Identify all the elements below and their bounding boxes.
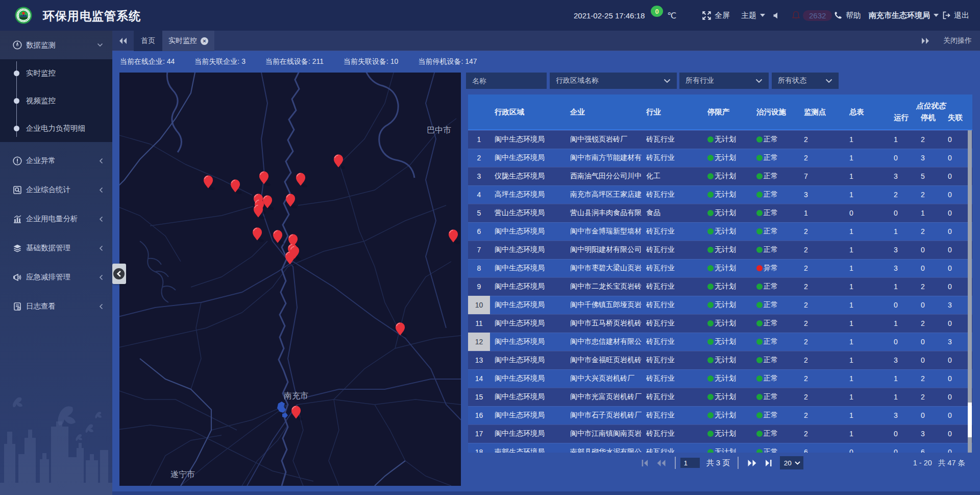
status-dot [756,339,763,345]
cell-monitor-count: 1 [799,204,845,222]
page-number-input[interactable] [680,458,700,468]
tabs-scroll-left-button[interactable] [112,31,134,51]
cell-company: 阆中千佛镇五郎垭页岩 [566,296,642,314]
cell-industry: 砖瓦行业 [642,185,703,204]
page-size-select[interactable]: 20 [780,456,803,469]
cell-meter-count: 1 [845,333,889,351]
sidebar-item-label: 应急减排管理 [26,272,70,282]
table-row[interactable]: 5营山生态环境局营山县润丰肉食品有限食品无计划正常10010 [468,204,972,222]
table-row[interactable]: 7阆中生态环境局阆中明阳建材有限公司砖瓦行业无计划正常21300 [468,241,972,259]
total-pages-label: 共 3 页 [706,458,730,468]
speaker-muted-icon [773,12,780,19]
cell-region: 阆中生态环境局 [490,130,566,149]
cell-stop-count: 2 [916,277,943,296]
sidebar-item-企业用电量分析[interactable]: 企业用电量分析 [0,204,112,233]
status-dot [707,320,714,326]
scrollbar-thumb[interactable] [968,403,972,437]
cell-limit-status: 无计划 [703,185,752,204]
table-row[interactable]: 15阆中生态环境局阆中市光富页岩机砖厂砖瓦行业无计划正常21120 [468,388,972,406]
first-page-button[interactable] [641,459,648,467]
table-row[interactable]: 9阆中生态环境局阆中市二龙长宝页岩砖砖瓦行业无计划正常21120 [468,277,972,296]
cell-stop-count: 0 [916,259,943,277]
status-dot [707,449,714,453]
map-collapse-handle[interactable] [112,264,126,284]
cell-facility-status: 正常 [752,241,799,259]
table-row[interactable]: 14阆中生态环境局阆中大兴页岩机砖厂砖瓦行业无计划正常21120 [468,369,972,388]
submenu-dot [14,98,19,104]
table-row[interactable]: 1阆中生态环境局阆中强锐页岩砖厂砖瓦行业无计划正常21120 [468,130,972,149]
table-row[interactable]: 8阆中生态环境局阆中市枣碧大梁山页岩砖瓦行业无计划异常21300 [468,259,972,277]
cell-run-count: 0 [889,425,916,443]
tab-home[interactable]: 首页 [134,31,162,51]
sidebar-item-label: 企业异常 [26,156,56,166]
table-row[interactable]: 12阆中生态环境局阆中市忠信建材有限公砖瓦行业无计划正常21003 [468,333,972,351]
cell-limit-status: 无计划 [703,425,752,443]
cell-company: 阆中市金福旺页岩机砖 [566,351,642,369]
last-page-button[interactable] [765,459,772,467]
table-row[interactable]: 11阆中生态环境局阆中市五马桥页岩机砖砖瓦行业无计划正常21120 [468,314,972,333]
next-page-button[interactable] [747,459,757,467]
table-row[interactable]: 17阆中生态环境局阆中市江南镇阆南页岩砖瓦行业无计划正常21030 [468,425,972,443]
prev-page-button[interactable] [656,459,666,467]
status-dot [707,173,714,179]
status-dot [756,210,763,216]
sidebar-subitem-label: 视频监控 [26,96,56,106]
sidebar-item-企业综合统计[interactable]: 企业综合统计 [0,175,112,204]
table-body: 1阆中生态环境局阆中强锐页岩砖厂砖瓦行业无计划正常211202阆中生态环境局阆中… [468,130,972,453]
status-dot [707,210,714,216]
sidebar-subitem-视频监控[interactable]: 视频监控 [0,87,112,114]
cell-monitor-count: 2 [799,130,845,149]
cell-monitor-count: 2 [799,222,845,241]
sidebar-item-日志查看[interactable]: 日志查看 [0,292,112,321]
stats-bar: 当前在线企业: 44当前失联企业: 3当前在线设备: 211当前失联设备: 10… [120,51,497,73]
sidebar-item-企业异常[interactable]: 企业异常 [0,146,112,175]
cell-region: 阆中生态环境局 [490,314,566,333]
alarm-button[interactable]: 2632 [792,0,832,31]
theme-dropdown[interactable]: 主题 [741,0,765,31]
sidebar-item-应急减排管理[interactable]: 应急减排管理 [0,263,112,292]
cell-monitor-count: 3 [799,185,845,204]
region-select[interactable]: 行政区域名称 [550,73,677,89]
top-header: 环保用电监管系统 2021-02-25 17:46:18 0 ℃ 全屏 主题 [0,0,980,31]
alarm-count-badge: 2632 [803,10,832,21]
org-dropdown[interactable]: 南充市生态环境局 [869,0,939,31]
mute-button[interactable] [773,0,780,31]
fullscreen-button[interactable]: 全屏 [702,0,730,31]
table-row[interactable]: 18南部生态环境局南部县砌华水泥有限公砖瓦行业无计划正常60060 [468,443,972,453]
status-select[interactable]: 所有状态 [772,73,839,89]
sidebar-subitem-active[interactable]: 实时监控 [0,59,112,87]
sidebar-item-data-monitor[interactable]: 数据监测 [0,31,112,59]
cell-facility-status: 正常 [752,130,799,149]
map-panel[interactable]: 巴中市南充市遂宁市 [119,73,461,486]
table-row[interactable]: 13阆中生态环境局阆中市金福旺页岩机砖砖瓦行业无计划正常21300 [468,351,972,369]
tab-close-icon[interactable]: × [201,37,208,45]
sidebar-subitem-label: 实时监控 [26,68,56,78]
table-row[interactable]: 2阆中生态环境局阆中市南方节能建材有砖瓦行业无计划正常21030 [468,149,972,167]
cell-stop-count: 2 [916,222,943,241]
industry-select[interactable]: 所有行业 [679,73,769,89]
cell-limit-status: 无计划 [703,333,752,351]
cell-meter-count: 1 [845,425,889,443]
sidebar-subitem-企业电力负荷明细[interactable]: 企业电力负荷明细 [0,114,112,142]
cell-limit-status: 无计划 [703,149,752,167]
sidebar-item-label: 数据监测 [26,40,56,50]
pagination-divider [675,457,676,469]
table-row[interactable]: 6阆中生态环境局阆中市金博瑞新型墙材砖瓦行业无计划正常21120 [468,222,972,241]
help-button[interactable]: 帮助 [834,0,861,31]
table-row[interactable]: 16阆中生态环境局阆中市石子页岩机砖厂砖瓦行业无计划正常21300 [468,406,972,425]
chevron-down-icon [825,79,832,83]
table-scrollbar[interactable] [968,130,972,453]
logout-button[interactable]: 退出 [942,0,969,31]
chevron-down-icon [664,79,671,83]
cell-monitor-count: 2 [799,149,845,167]
cell-index: 6 [468,222,490,241]
sidebar-item-基础数据管理[interactable]: 基础数据管理 [0,233,112,263]
table-row[interactable]: 4高坪生态环境局南充市高坪区王家店建砖瓦行业无计划正常31220 [468,185,972,204]
close-operations-button[interactable]: 关闭操作 [943,36,972,45]
double-chevron-right-icon[interactable] [921,37,930,44]
name-search-input[interactable] [466,73,547,89]
table-row[interactable]: 3仪陇生态环境局西南油气田分公司川中化工无计划正常71350 [468,167,972,185]
tab-realtime-monitor[interactable]: 实时监控 × [162,31,214,51]
cell-limit-status: 无计划 [703,369,752,388]
table-row[interactable]: 10阆中生态环境局阆中千佛镇五郎垭页岩砖瓦行业无计划正常21003 [468,296,972,314]
